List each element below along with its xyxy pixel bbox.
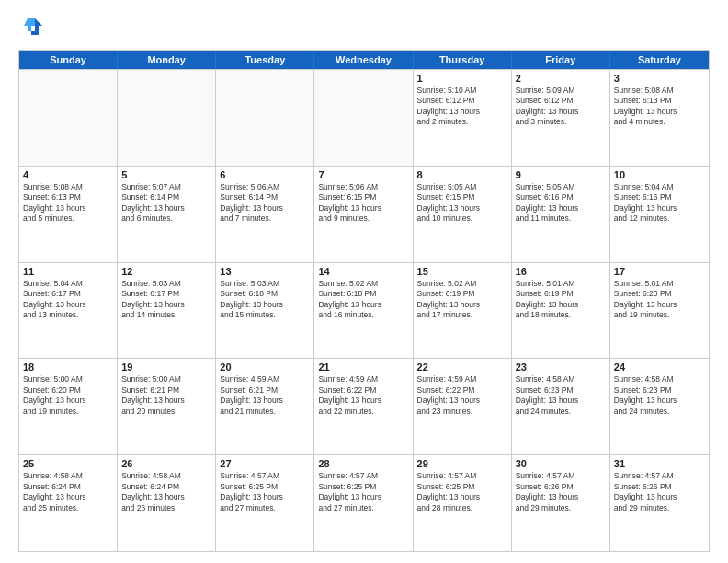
day-number: 31 (614, 458, 705, 469)
calendar-cell: 18Sunrise: 5:00 AM Sunset: 6:20 PM Dayli… (19, 359, 118, 454)
day-number: 16 (516, 266, 606, 277)
weekday-header-thursday: Thursday (414, 51, 512, 69)
calendar-cell: 21Sunrise: 4:59 AM Sunset: 6:22 PM Dayli… (314, 359, 413, 454)
calendar-cell: 20Sunrise: 4:59 AM Sunset: 6:21 PM Dayli… (216, 359, 314, 454)
day-info: Sunrise: 4:59 AM Sunset: 6:22 PM Dayligh… (417, 374, 507, 417)
calendar-cell: 5Sunrise: 5:07 AM Sunset: 6:14 PM Daylig… (118, 167, 216, 262)
day-info: Sunrise: 5:02 AM Sunset: 6:18 PM Dayligh… (318, 279, 408, 321)
day-number: 11 (23, 266, 113, 277)
day-number: 13 (220, 266, 310, 277)
day-info: Sunrise: 4:57 AM Sunset: 6:26 PM Dayligh… (614, 471, 705, 513)
calendar-cell: 22Sunrise: 4:59 AM Sunset: 6:22 PM Dayli… (414, 359, 512, 454)
header (18, 15, 710, 40)
weekday-header-sunday: Sunday (19, 51, 118, 69)
page: SundayMondayTuesdayWednesdayThursdayFrid… (0, 0, 728, 563)
day-number: 18 (23, 362, 113, 373)
day-info: Sunrise: 4:57 AM Sunset: 6:26 PM Dayligh… (516, 471, 606, 513)
calendar-cell: 23Sunrise: 4:58 AM Sunset: 6:23 PM Dayli… (512, 359, 610, 454)
day-info: Sunrise: 5:05 AM Sunset: 6:16 PM Dayligh… (516, 182, 606, 224)
day-number: 27 (220, 458, 310, 469)
day-number: 6 (220, 169, 310, 180)
calendar-cell: 10Sunrise: 5:04 AM Sunset: 6:16 PM Dayli… (610, 167, 709, 262)
calendar-body: 1Sunrise: 5:10 AM Sunset: 6:12 PM Daylig… (19, 69, 709, 551)
calendar-cell: 2Sunrise: 5:09 AM Sunset: 6:12 PM Daylig… (512, 70, 610, 166)
calendar-cell: 24Sunrise: 4:58 AM Sunset: 6:23 PM Dayli… (610, 359, 709, 454)
calendar-cell: 19Sunrise: 5:00 AM Sunset: 6:21 PM Dayli… (118, 359, 216, 454)
calendar-cell: 4Sunrise: 5:08 AM Sunset: 6:13 PM Daylig… (19, 167, 118, 262)
day-info: Sunrise: 5:02 AM Sunset: 6:19 PM Dayligh… (417, 279, 507, 321)
day-number: 8 (417, 169, 507, 180)
day-number: 10 (614, 169, 705, 180)
day-number: 26 (121, 458, 211, 469)
day-number: 9 (516, 169, 606, 180)
day-number: 22 (417, 362, 507, 373)
day-number: 17 (614, 266, 705, 277)
calendar-cell: 13Sunrise: 5:03 AM Sunset: 6:18 PM Dayli… (216, 263, 314, 359)
day-number: 3 (614, 73, 705, 84)
calendar-cell: 26Sunrise: 4:58 AM Sunset: 6:24 PM Dayli… (118, 455, 216, 551)
calendar-cell: 29Sunrise: 4:57 AM Sunset: 6:25 PM Dayli… (414, 455, 512, 551)
day-info: Sunrise: 5:03 AM Sunset: 6:18 PM Dayligh… (220, 279, 310, 321)
day-number: 2 (516, 73, 606, 84)
day-info: Sunrise: 4:58 AM Sunset: 6:23 PM Dayligh… (516, 374, 606, 417)
calendar: SundayMondayTuesdayWednesdayThursdayFrid… (18, 50, 710, 552)
day-info: Sunrise: 4:57 AM Sunset: 6:25 PM Dayligh… (318, 471, 408, 513)
day-info: Sunrise: 5:03 AM Sunset: 6:17 PM Dayligh… (121, 279, 211, 321)
day-number: 25 (23, 458, 113, 469)
calendar-cell: 6Sunrise: 5:06 AM Sunset: 6:14 PM Daylig… (216, 167, 314, 262)
day-info: Sunrise: 5:06 AM Sunset: 6:15 PM Dayligh… (318, 182, 408, 224)
calendar-cell: 31Sunrise: 4:57 AM Sunset: 6:26 PM Dayli… (610, 455, 709, 551)
day-info: Sunrise: 4:58 AM Sunset: 6:24 PM Dayligh… (121, 471, 211, 513)
day-number: 24 (614, 362, 705, 373)
calendar-header: SundayMondayTuesdayWednesdayThursdayFrid… (19, 51, 709, 69)
day-info: Sunrise: 4:58 AM Sunset: 6:23 PM Dayligh… (614, 374, 705, 417)
day-info: Sunrise: 5:10 AM Sunset: 6:12 PM Dayligh… (417, 86, 507, 128)
calendar-cell (118, 70, 216, 166)
weekday-header-friday: Friday (512, 51, 610, 69)
calendar-cell: 15Sunrise: 5:02 AM Sunset: 6:19 PM Dayli… (414, 263, 512, 359)
day-number: 30 (516, 458, 606, 469)
day-info: Sunrise: 5:04 AM Sunset: 6:17 PM Dayligh… (23, 279, 113, 321)
day-info: Sunrise: 5:09 AM Sunset: 6:12 PM Dayligh… (516, 86, 606, 128)
calendar-cell: 1Sunrise: 5:10 AM Sunset: 6:12 PM Daylig… (414, 70, 512, 166)
day-info: Sunrise: 5:04 AM Sunset: 6:16 PM Dayligh… (614, 182, 705, 224)
day-number: 23 (516, 362, 606, 373)
day-info: Sunrise: 4:58 AM Sunset: 6:24 PM Dayligh… (23, 471, 113, 513)
calendar-row-0: 1Sunrise: 5:10 AM Sunset: 6:12 PM Daylig… (19, 69, 709, 166)
calendar-cell: 7Sunrise: 5:06 AM Sunset: 6:15 PM Daylig… (314, 167, 413, 262)
calendar-row-1: 4Sunrise: 5:08 AM Sunset: 6:13 PM Daylig… (19, 166, 709, 262)
day-number: 7 (318, 169, 408, 180)
calendar-row-2: 11Sunrise: 5:04 AM Sunset: 6:17 PM Dayli… (19, 262, 709, 359)
day-info: Sunrise: 5:08 AM Sunset: 6:13 PM Dayligh… (23, 182, 113, 224)
day-number: 12 (121, 266, 211, 277)
calendar-cell: 11Sunrise: 5:04 AM Sunset: 6:17 PM Dayli… (19, 263, 118, 359)
calendar-cell: 9Sunrise: 5:05 AM Sunset: 6:16 PM Daylig… (512, 167, 610, 262)
day-number: 29 (417, 458, 507, 469)
calendar-cell: 3Sunrise: 5:08 AM Sunset: 6:13 PM Daylig… (610, 70, 709, 166)
day-info: Sunrise: 4:59 AM Sunset: 6:22 PM Dayligh… (318, 374, 408, 417)
calendar-cell: 12Sunrise: 5:03 AM Sunset: 6:17 PM Dayli… (118, 263, 216, 359)
day-info: Sunrise: 5:01 AM Sunset: 6:19 PM Dayligh… (516, 279, 606, 321)
day-number: 1 (417, 73, 507, 84)
calendar-row-4: 25Sunrise: 4:58 AM Sunset: 6:24 PM Dayli… (19, 454, 709, 551)
weekday-header-saturday: Saturday (610, 51, 709, 69)
logo (18, 15, 48, 40)
calendar-cell: 14Sunrise: 5:02 AM Sunset: 6:18 PM Dayli… (314, 263, 413, 359)
calendar-cell: 16Sunrise: 5:01 AM Sunset: 6:19 PM Dayli… (512, 263, 610, 359)
calendar-cell: 27Sunrise: 4:57 AM Sunset: 6:25 PM Dayli… (216, 455, 314, 551)
calendar-cell (314, 70, 413, 166)
day-number: 28 (318, 458, 408, 469)
day-info: Sunrise: 5:08 AM Sunset: 6:13 PM Dayligh… (614, 86, 705, 128)
day-number: 20 (220, 362, 310, 373)
calendar-cell: 17Sunrise: 5:01 AM Sunset: 6:20 PM Dayli… (610, 263, 709, 359)
day-info: Sunrise: 5:00 AM Sunset: 6:20 PM Dayligh… (23, 374, 113, 417)
day-info: Sunrise: 4:57 AM Sunset: 6:25 PM Dayligh… (417, 471, 507, 513)
day-info: Sunrise: 4:59 AM Sunset: 6:21 PM Dayligh… (220, 374, 310, 417)
calendar-cell: 25Sunrise: 4:58 AM Sunset: 6:24 PM Dayli… (19, 455, 118, 551)
day-info: Sunrise: 5:01 AM Sunset: 6:20 PM Dayligh… (614, 279, 705, 321)
day-info: Sunrise: 4:57 AM Sunset: 6:25 PM Dayligh… (220, 471, 310, 513)
calendar-cell: 28Sunrise: 4:57 AM Sunset: 6:25 PM Dayli… (314, 455, 413, 551)
day-number: 19 (121, 362, 211, 373)
calendar-row-3: 18Sunrise: 5:00 AM Sunset: 6:20 PM Dayli… (19, 358, 709, 454)
calendar-cell (19, 70, 118, 166)
